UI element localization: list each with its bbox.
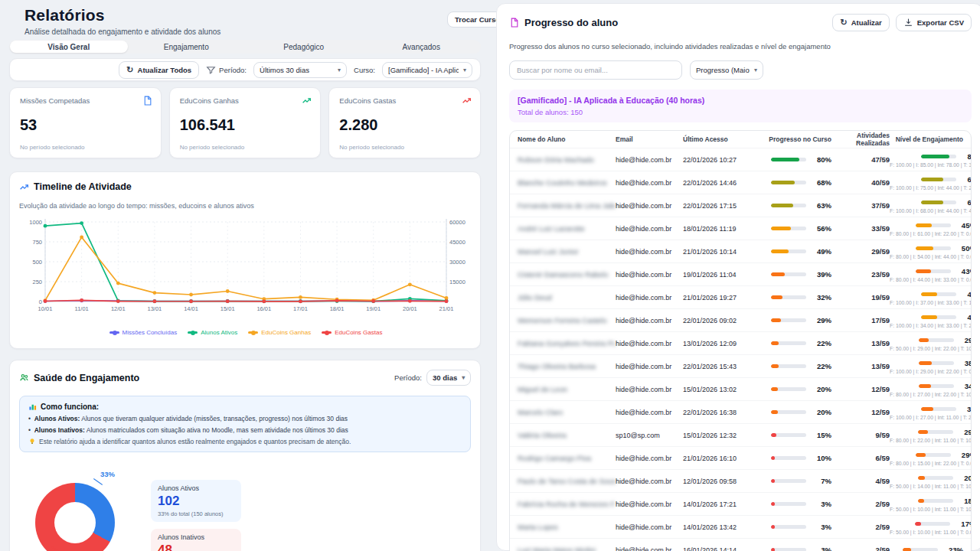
progress-bar: [771, 364, 806, 368]
tab-visão-geral[interactable]: Visão Geral: [10, 41, 128, 53]
refresh-button[interactable]: ↻ Atualizar: [832, 14, 889, 31]
stat-value: 53: [20, 116, 151, 134]
student-last-access: 22/01/2026 14:46: [683, 179, 753, 187]
student-progress: 15%: [753, 431, 831, 439]
filters-toolbar: ↻ Atualizar Todos Período: Últimos 30 di…: [9, 58, 481, 81]
student-engagement: 38%F: 100.00 | I: 29.00 | Int: 22.00 | T…: [890, 359, 972, 374]
svg-text:20/01: 20/01: [403, 305, 417, 312]
legend-item[interactable]: EduCoins Gastas: [322, 329, 382, 336]
student-last-access: 22/01/2026 15:43: [683, 363, 753, 370]
progress-bar: [771, 433, 806, 437]
student-engagement: 29%F: 80.00 | I: 22.00 | Int: 11.00 | T:…: [890, 428, 972, 443]
legend-marker: [188, 331, 198, 334]
student-name: Fabiana Gonçalves Pereira Poeta: [518, 339, 616, 347]
panel-title: Progresso do aluno: [524, 17, 618, 28]
info-bullet-inactive: • Alunos Inativos: Alunos matriculados c…: [28, 426, 462, 434]
student-activities: 2/59: [831, 546, 890, 551]
donut-active-label: 33%: [100, 470, 115, 478]
column-header: Último Acesso: [683, 135, 753, 143]
info-bullet-active: • Alunos Ativos: Alunos que tiveram qual…: [28, 415, 462, 422]
table-body: Robson Dória Machadohide@hide.com.br22/0…: [510, 148, 971, 551]
table-row: Fernanda Márcia de Lima Jaleshide@hide.c…: [510, 194, 971, 217]
svg-text:60000: 60000: [449, 219, 466, 226]
refresh-all-button[interactable]: ↻ Atualizar Todos: [119, 61, 199, 79]
health-period-select[interactable]: 30 dias▾: [426, 370, 471, 386]
stat-card-educoins-spent: EduCoins Gastas 2.280 No período selecio…: [328, 87, 481, 158]
period-select[interactable]: Últimos 30 dias▾: [253, 62, 347, 78]
student-email: hide@hide.com.br: [616, 317, 683, 324]
student-activities: 12/59: [831, 408, 890, 416]
student-engagement: 29%F: 50.00 | I: 29.00 | Int: 22.00 | T:…: [890, 336, 972, 351]
inactive-students-value: 48: [158, 543, 234, 551]
column-header: Nome do Aluno: [518, 135, 616, 143]
health-period-label: Período:: [394, 373, 422, 382]
student-name: Júlio Deud: [518, 293, 616, 302]
progress-bar: [771, 502, 806, 506]
svg-text:21/01: 21/01: [439, 305, 454, 312]
engagement-bar: [916, 223, 951, 227]
tab-pedagógico[interactable]: Pedagógico: [245, 41, 363, 53]
student-name: Wemerson Ferreira Castelo: [518, 316, 616, 324]
course-banner-title: [Gamificado] - IA Aplicada à Educação (4…: [518, 96, 963, 105]
student-progress: 3%: [753, 546, 831, 551]
student-name: Valéria Oliveira: [518, 431, 616, 439]
svg-text:11/01: 11/01: [75, 305, 89, 312]
student-name: Thiago Oliveira Barbosa: [518, 362, 616, 370]
lightbulb-icon: [28, 438, 36, 445]
students-table: Nome do AlunoEmailÚltimo AcessoProgresso…: [509, 130, 972, 551]
progress-bar: [771, 525, 806, 529]
legend-item[interactable]: Missões Concluídas: [109, 329, 178, 336]
export-csv-button[interactable]: Exportar CSV: [896, 14, 972, 31]
tab-engajamento[interactable]: Engajamento: [128, 41, 246, 53]
svg-text:18/01: 18/01: [330, 305, 345, 312]
student-name: Luzi Maria Matos Miolini: [518, 546, 616, 551]
svg-text:750: 750: [32, 239, 42, 246]
stat-card-educoins-earned: EduCoins Ganhas 106.541 No período selec…: [169, 87, 322, 158]
download-icon: [903, 18, 913, 28]
student-name: Cistenir Damasceno Rabelo: [518, 270, 616, 279]
active-students-card: Alunos Ativos 102 33% do total (150 alun…: [151, 480, 241, 522]
tab-avançados[interactable]: Avançados: [363, 41, 481, 53]
student-name: Fernanda Márcia de Lima Jales: [518, 201, 616, 210]
student-name: André Luiz Lazarotte: [518, 224, 616, 233]
student-last-access: 15/01/2026 12:32: [683, 432, 753, 439]
active-students-value: 102: [158, 494, 234, 509]
student-name: Blanche Coutinho Medeiros: [518, 178, 616, 187]
student-email: hide@hide.com.br: [616, 294, 683, 302]
student-activities: 2/59: [831, 523, 890, 531]
student-activities: 23/59: [831, 270, 890, 279]
stat-cards: Missões Competadas 53 No período selecio…: [9, 87, 481, 158]
inactive-students-card: Alunos Inativos 48 67% do total (150 alu…: [151, 529, 241, 551]
student-email: hide@hide.com.br: [616, 271, 683, 279]
student-engagement: 45%F: 100.00 | I: 34.00 | Int: 33.00 | T…: [890, 313, 972, 328]
sort-select[interactable]: Progresso (Maior → Me▾: [690, 60, 763, 80]
trend-up-icon: [19, 182, 29, 192]
student-progress: 7%: [753, 477, 831, 485]
student-progress: 3%: [753, 523, 831, 531]
progress-bar: [771, 227, 806, 230]
course-label: Curso:: [354, 66, 375, 74]
search-input[interactable]: [509, 60, 682, 80]
inactive-students-label: Alunos Inativos: [158, 533, 234, 541]
course-select[interactable]: [Gamificado] - IA Aplicaç▾: [382, 62, 472, 78]
progress-bar: [771, 387, 806, 391]
engagement-bar: [921, 315, 956, 319]
student-activities: 40/59: [831, 178, 890, 187]
student-progress: 3%: [753, 500, 831, 508]
svg-text:12/01: 12/01: [111, 305, 126, 312]
column-header: Progresso no Curso: [753, 135, 831, 143]
svg-text:1000: 1000: [29, 219, 42, 226]
student-last-access: 14/01/2026 17:21: [683, 500, 753, 508]
legend-item[interactable]: EduCoins Ganhas: [248, 329, 311, 336]
student-engagement: 50%F: 80.00 | I: 54.00 | Int: 44.00 | T:…: [890, 244, 972, 259]
engagement-bar: [919, 338, 954, 342]
legend-marker: [248, 331, 258, 334]
student-progress-panel: Progresso do aluno ↻ Atualizar Exportar …: [496, 3, 980, 551]
student-engagement: 29%F: 80.00 | I: 15.00 | Int: 22.00 | T:…: [890, 451, 972, 466]
progress-bar: [771, 548, 806, 551]
progress-bar: [771, 479, 806, 483]
engagement-bar: [921, 155, 956, 158]
legend-item[interactable]: Alunos Ativos: [188, 329, 237, 336]
student-name: Robson Dória Machado: [518, 155, 616, 164]
student-email: hide@hide.com.br: [616, 478, 683, 485]
